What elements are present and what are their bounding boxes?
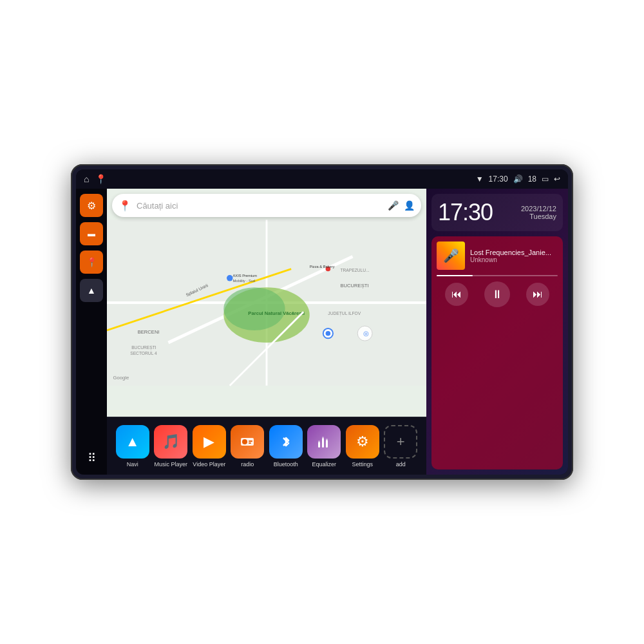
- app-add[interactable]: + add: [384, 425, 417, 468]
- clock-date-day: Tuesday: [521, 213, 556, 220]
- wifi-icon: ▼: [476, 175, 484, 184]
- navi-label: Navi: [127, 461, 138, 468]
- app-video[interactable]: ▶ Video Player: [193, 425, 226, 468]
- volume-icon: 🔊: [513, 175, 523, 184]
- svg-rect-32: [322, 438, 324, 448]
- sidebar-navi-btn[interactable]: ▲: [80, 279, 103, 302]
- music-progress-fill: [437, 275, 473, 276]
- right-panel: 17:30 2023/12/12 Tuesday 🎤 Lost Frequenc…: [426, 189, 568, 475]
- add-label: add: [396, 461, 406, 468]
- navi-icon: ▲: [87, 285, 96, 296]
- svg-rect-29: [249, 442, 251, 444]
- svg-rect-27: [242, 439, 247, 444]
- device-screen: ⌂ 📍 ▼ 17:30 🔊 18 ▭ ↩ ⚙ ▬: [76, 169, 568, 475]
- app-navi[interactable]: ▲ Navi: [116, 425, 149, 468]
- grid-icon: ⠿: [88, 451, 96, 465]
- svg-text:BUCUREȘTI: BUCUREȘTI: [340, 283, 368, 289]
- app-equalizer[interactable]: Equalizer: [307, 425, 341, 468]
- sidebar-grid-btn[interactable]: ⠿: [80, 446, 103, 469]
- clock-date: 2023/12/12 Tuesday: [521, 205, 556, 220]
- files-icon: ▬: [88, 229, 95, 238]
- svg-text:Pizza & Bakery: Pizza & Bakery: [310, 265, 335, 269]
- app-radio[interactable]: radio: [231, 425, 264, 468]
- video-icon-img: ▶: [193, 425, 226, 459]
- settings-icon: ⚙: [87, 200, 96, 212]
- radio-icon-img: [231, 425, 264, 459]
- music-artist: Unknown: [470, 256, 558, 263]
- music-controls: ⏮ ⏸ ⏭: [437, 281, 558, 307]
- home-icon[interactable]: ⌂: [84, 174, 89, 184]
- svg-rect-33: [322, 437, 324, 439]
- settings-label: Settings: [352, 461, 373, 468]
- navi-icon-img: ▲: [116, 425, 149, 459]
- album-art-image: 🎤: [437, 242, 465, 270]
- album-art: 🎤: [437, 242, 465, 270]
- svg-rect-28: [249, 440, 252, 442]
- map-pin-icon: 📍: [86, 257, 97, 267]
- music-icon-img: 🎵: [154, 425, 187, 459]
- status-time: 17:30: [489, 175, 508, 184]
- map-svg: Parcul Natural Văcărești Splaiul Unirii …: [107, 189, 426, 417]
- status-bar: ⌂ 📍 ▼ 17:30 🔊 18 ▭ ↩: [76, 169, 568, 189]
- svg-text:JUDEȚUL ILFOV: JUDEȚUL ILFOV: [328, 311, 361, 316]
- video-label: Video Player: [193, 461, 225, 468]
- svg-point-23: [326, 331, 331, 336]
- next-button[interactable]: ⏭: [526, 283, 549, 306]
- svg-text:TRAPEZULU...: TRAPEZULU...: [340, 268, 369, 272]
- svg-text:SECTORUL 4: SECTORUL 4: [130, 351, 157, 355]
- svg-point-6: [223, 287, 285, 330]
- status-right: ▼ 17:30 🔊 18 ▭ ↩: [476, 175, 560, 184]
- battery-level: 18: [528, 175, 536, 184]
- add-icon-img: +: [384, 425, 417, 459]
- back-icon[interactable]: ↩: [554, 175, 560, 184]
- svg-rect-34: [326, 440, 328, 448]
- svg-text:◎: ◎: [363, 330, 369, 337]
- google-maps-icon: 📍: [118, 200, 131, 212]
- app-bluetooth[interactable]: Bluetooth: [269, 425, 303, 468]
- sidebar-files-btn[interactable]: ▬: [80, 222, 103, 245]
- main-content: ⚙ ▬ 📍 ▲ ⠿: [76, 189, 568, 475]
- svg-text:AXIS Premium: AXIS Premium: [233, 274, 258, 278]
- map-search-input[interactable]: Căutați aici: [137, 201, 383, 211]
- bluetooth-icon-img: [269, 425, 303, 459]
- svg-rect-30: [318, 442, 320, 448]
- pause-button[interactable]: ⏸: [484, 281, 510, 307]
- user-icon[interactable]: 👤: [404, 200, 415, 211]
- svg-rect-35: [326, 439, 328, 440]
- music-progress-bar[interactable]: [437, 275, 558, 276]
- svg-text:Parcul Natural Văcărești: Parcul Natural Văcărești: [248, 310, 305, 316]
- apps-bar: ▲ Navi 🎵 Music Player ▶ Vi: [107, 417, 426, 475]
- svg-text:BERCENI: BERCENI: [138, 329, 160, 335]
- music-text: Lost Frequencies_Janie... Unknown: [470, 249, 558, 263]
- svg-text:Google: Google: [113, 375, 129, 381]
- app-settings[interactable]: ⚙ Settings: [346, 425, 379, 468]
- clock-date-year: 2023/12/12: [521, 205, 556, 213]
- app-music[interactable]: 🎵 Music Player: [154, 425, 187, 468]
- music-widget: 🎤 Lost Frequencies_Janie... Unknown ⏮ ⏸: [431, 236, 563, 469]
- radio-label: radio: [241, 461, 254, 468]
- music-info: 🎤 Lost Frequencies_Janie... Unknown: [437, 242, 558, 270]
- equalizer-icon-img: [307, 425, 341, 459]
- svg-text:BUCUREȘTI: BUCUREȘTI: [131, 345, 156, 350]
- sidebar-settings-btn[interactable]: ⚙: [80, 194, 103, 217]
- map-search-bar[interactable]: 📍 Căutați aici 🎤 👤: [112, 194, 421, 217]
- settings-icon-img: ⚙: [346, 425, 379, 459]
- prev-button[interactable]: ⏮: [445, 283, 468, 306]
- status-left: ⌂ 📍: [84, 174, 106, 184]
- clock-time: 17:30: [438, 199, 493, 226]
- clock-widget: 17:30 2023/12/12 Tuesday: [431, 194, 563, 231]
- music-title: Lost Frequencies_Janie...: [470, 249, 558, 256]
- music-label: Music Player: [154, 461, 187, 468]
- map-container[interactable]: Parcul Natural Văcărești Splaiul Unirii …: [107, 189, 426, 417]
- mic-icon[interactable]: 🎤: [388, 200, 399, 211]
- device: ⌂ 📍 ▼ 17:30 🔊 18 ▭ ↩ ⚙ ▬: [71, 164, 573, 480]
- svg-text:Mobility - Sud: Mobility - Sud: [233, 279, 256, 283]
- svg-point-16: [227, 275, 233, 281]
- sidebar-maps-btn[interactable]: 📍: [80, 251, 103, 274]
- maps-status-icon[interactable]: 📍: [95, 174, 106, 184]
- center-area: Parcul Natural Văcărești Splaiul Unirii …: [107, 189, 426, 475]
- battery-icon: ▭: [542, 175, 549, 184]
- bluetooth-label: Bluetooth: [274, 461, 298, 468]
- equalizer-label: Equalizer: [312, 461, 336, 468]
- left-sidebar: ⚙ ▬ 📍 ▲ ⠿: [76, 189, 107, 475]
